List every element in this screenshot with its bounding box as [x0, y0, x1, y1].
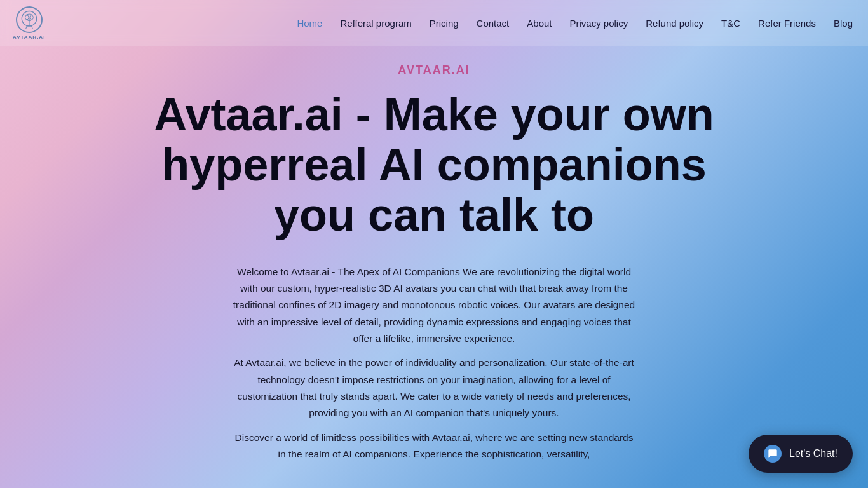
nav-item-pricing[interactable]: Pricing — [430, 18, 459, 29]
svg-point-1 — [25, 15, 28, 20]
hero-paragraph-2: At Avtaar.ai, we believe in the power of… — [231, 355, 637, 421]
nav-item-referral[interactable]: Refferal program — [340, 18, 411, 29]
nav-link-referral[interactable]: Refferal program — [340, 18, 411, 29]
nav-link-blog[interactable]: Blog — [834, 18, 853, 29]
nav-links: Home Refferal program Pricing Contact Ab… — [297, 18, 853, 29]
nav-link-privacy[interactable]: Privacy policy — [570, 18, 628, 29]
hero-paragraph-3: Discover a world of limitless possibilit… — [231, 430, 637, 463]
nav-item-refund[interactable]: Refund policy — [646, 18, 703, 29]
logo-text: AVTAAR.AI — [13, 34, 45, 40]
svg-line-5 — [25, 26, 27, 29]
nav-item-tnc[interactable]: T&C — [721, 18, 740, 29]
nav-link-contact[interactable]: Contact — [477, 18, 510, 29]
svg-line-6 — [31, 26, 32, 29]
chat-bubble-icon — [768, 449, 778, 459]
nav-link-about[interactable]: About — [527, 18, 552, 29]
nav-item-privacy[interactable]: Privacy policy — [570, 18, 628, 29]
nav-link-refund[interactable]: Refund policy — [646, 18, 703, 29]
nav-item-home[interactable]: Home — [297, 18, 322, 29]
navbar: AVTAAR.AI Home Refferal program Pricing … — [0, 0, 868, 46]
brand-tag: AVTAAR.AI — [398, 64, 470, 77]
main-content: AVTAAR.AI Avtaar.ai - Make your own hype… — [0, 0, 868, 470]
hero-paragraph-1: Welcome to Avtaar.ai - The Apex of AI Co… — [231, 264, 637, 348]
nav-item-blog[interactable]: Blog — [834, 18, 853, 29]
nav-link-tnc[interactable]: T&C — [721, 18, 740, 29]
svg-point-2 — [30, 15, 33, 20]
logo[interactable]: AVTAAR.AI — [13, 6, 45, 40]
logo-icon — [16, 6, 43, 33]
nav-item-contact[interactable]: Contact — [477, 18, 510, 29]
nav-link-home[interactable]: Home — [297, 18, 322, 29]
chat-icon — [764, 445, 782, 463]
nav-item-about[interactable]: About — [527, 18, 552, 29]
chat-widget[interactable]: Let's Chat! — [749, 435, 853, 473]
hero-title: Avtaar.ai - Make your own hyperreal AI c… — [148, 90, 720, 241]
hero-description: Welcome to Avtaar.ai - The Apex of AI Co… — [231, 264, 637, 471]
nav-link-pricing[interactable]: Pricing — [430, 18, 459, 29]
nav-link-refer-friends[interactable]: Refer Friends — [758, 18, 816, 29]
nav-item-refer-friends[interactable]: Refer Friends — [758, 18, 816, 29]
chat-widget-label: Let's Chat! — [789, 448, 837, 459]
